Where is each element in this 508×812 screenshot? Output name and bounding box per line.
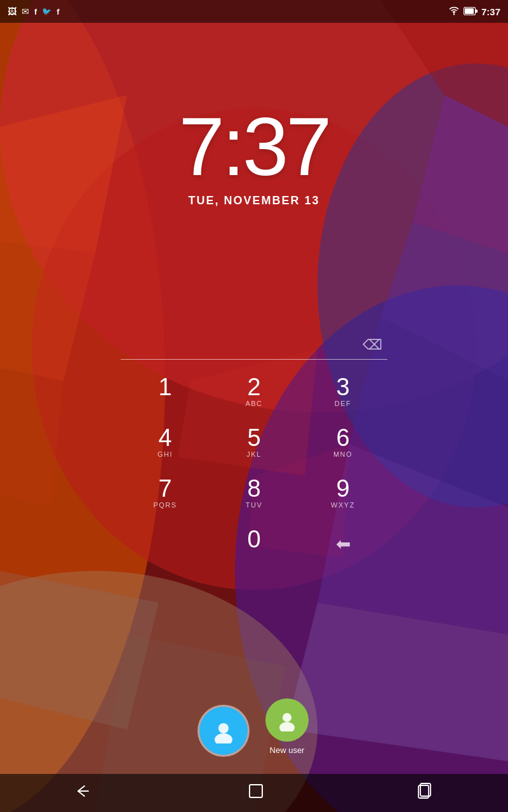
key-empty-left <box>121 518 210 569</box>
key-6[interactable]: 6 MNO <box>298 417 387 468</box>
svg-rect-22 <box>476 10 478 13</box>
svg-point-25 <box>215 733 232 743</box>
key-0[interactable]: 0 <box>210 518 298 569</box>
home-button[interactable] <box>229 776 283 809</box>
status-bar-system: 7:37 <box>448 6 500 17</box>
key-2[interactable]: 2 ABC <box>210 366 298 417</box>
status-bar-time: 7:37 <box>481 6 500 17</box>
navigation-bar <box>0 774 508 812</box>
primary-user-avatar[interactable] <box>199 707 248 755</box>
email-notification-icon: ✉ <box>22 7 29 16</box>
key-3[interactable]: 3 DEF <box>298 366 387 417</box>
svg-rect-28 <box>250 785 262 797</box>
image-notification-icon: 🖼 <box>8 7 17 16</box>
status-bar-notifications: 🖼 ✉ f 🐦 f <box>8 7 60 16</box>
facebook-notification-icon: f <box>34 8 37 16</box>
new-user-avatar[interactable]: New user <box>265 698 309 755</box>
back-button[interactable] <box>58 778 114 808</box>
clock-area: 7:37 TUE, NOVEMBER 13 <box>178 105 329 207</box>
new-user-label: New user <box>270 745 305 755</box>
users-area: New user <box>199 698 309 755</box>
new-user-avatar-circle <box>265 698 309 742</box>
main-content: 7:37 TUE, NOVEMBER 13 ⌫ 1 2 ABC 3 DEF <box>0 23 508 782</box>
primary-avatar-circle <box>199 707 248 755</box>
key-5[interactable]: 5 JKL <box>210 417 298 468</box>
pin-backspace-icon[interactable]: ⌫ <box>358 334 387 356</box>
key-backspace[interactable]: ⬅ <box>298 518 387 569</box>
status-bar: 🖼 ✉ f 🐦 f 7:37 <box>0 0 508 23</box>
svg-point-24 <box>218 723 229 733</box>
numpad: 1 2 ABC 3 DEF 4 GHI 5 JKL <box>121 366 387 569</box>
svg-point-20 <box>453 13 455 15</box>
wifi-icon <box>448 6 460 16</box>
facebook2-notification-icon: f <box>57 8 59 16</box>
svg-rect-23 <box>465 8 474 14</box>
key-1[interactable]: 1 <box>121 366 210 417</box>
svg-point-26 <box>283 713 291 722</box>
clock-display: 7:37 <box>178 105 329 188</box>
battery-icon <box>464 7 478 16</box>
key-8[interactable]: 8 TUV <box>210 468 298 518</box>
backspace-arrow-icon: ⬅ <box>336 534 351 554</box>
svg-point-27 <box>279 722 295 731</box>
key-7[interactable]: 7 PQRS <box>121 468 210 518</box>
clock-date: TUE, NOVEMBER 13 <box>178 194 329 207</box>
twitter-notification-icon: 🐦 <box>42 8 51 15</box>
key-4[interactable]: 4 GHI <box>121 417 210 468</box>
pin-entry-area: ⌫ 1 2 ABC 3 DEF 4 GHI <box>121 334 387 569</box>
recents-button[interactable] <box>398 776 450 809</box>
pin-input-row: ⌫ <box>121 334 387 360</box>
key-9[interactable]: 9 WXYZ <box>298 468 387 518</box>
